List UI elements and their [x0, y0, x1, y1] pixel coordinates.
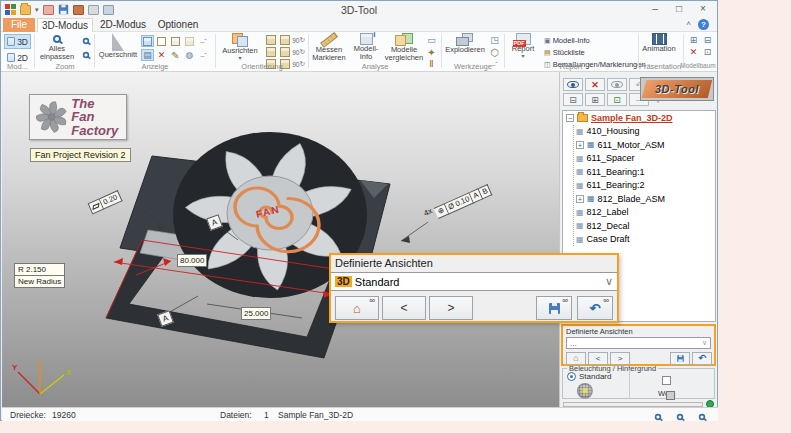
animation-button[interactable]: Animation	[640, 33, 678, 62]
draft-check-button[interactable]: ✦	[425, 46, 438, 58]
tree-collapse-button[interactable]: ⊟	[563, 93, 583, 106]
normal-checkbox[interactable]	[666, 391, 675, 400]
view-combobox[interactable]: 3D Standard ∨	[331, 272, 617, 291]
model-info-button[interactable]: iModell-Info	[349, 33, 383, 62]
view-left-button[interactable]	[264, 46, 277, 58]
hidden-line-mode-button[interactable]	[169, 35, 182, 47]
radio-standard-icon[interactable]	[567, 372, 576, 381]
app-icon[interactable]	[5, 4, 16, 15]
view-front-button[interactable]	[264, 34, 277, 46]
measure-button[interactable]: Messen Markieren	[311, 33, 347, 62]
panel-prev-view-button[interactable]: <	[588, 352, 608, 365]
close-button[interactable]: ×	[691, 1, 715, 17]
show-selected-button[interactable]	[563, 78, 583, 91]
tree-item-row[interactable]: ▦812_Decal	[576, 219, 715, 233]
part-icon: ▦	[576, 235, 584, 244]
explode-button[interactable]: Explodieren	[444, 33, 486, 62]
tree-item-label: 611_Spacer	[587, 153, 635, 163]
rotate-90-y-button[interactable]: 90↻	[292, 46, 305, 58]
help-icon[interactable]: ?	[698, 19, 709, 30]
tree-collapse-all-button[interactable]: ⊟	[701, 34, 714, 46]
tab-2d-modus[interactable]: 2D-Modus	[95, 18, 151, 32]
tree-root-row[interactable]: − Sample Fan_3D-2D	[563, 111, 715, 125]
capture-icon[interactable]	[43, 5, 54, 15]
print-icon[interactable]	[88, 5, 99, 15]
tree-check-button[interactable]: ⊡	[607, 93, 627, 106]
display-more-button[interactable]: –ˇ	[197, 35, 210, 47]
minimize-button[interactable]: –	[643, 1, 667, 17]
views-panel-combobox[interactable]: ...∨	[566, 337, 711, 349]
transform-button[interactable]: ◳	[488, 34, 501, 46]
render-more-button[interactable]: –ˇ	[197, 49, 210, 61]
save-view-button[interactable]: ∞	[536, 296, 572, 320]
panel-save-view-button[interactable]	[670, 352, 690, 365]
undo-icon: ↶	[698, 354, 706, 363]
view-back-button[interactable]	[278, 34, 291, 46]
edges-toggle-button[interactable]: ▤	[141, 49, 154, 61]
dim-width-label[interactable]: 80.000	[177, 254, 207, 267]
tab-optionen[interactable]: Optionen	[153, 18, 203, 32]
tree-item-row[interactable]: ▦812_Label	[576, 206, 715, 220]
3d-viewport[interactable]: FAN	[2, 72, 559, 407]
maximize-button[interactable]: □	[667, 1, 691, 17]
tree-item-row[interactable]: +▦812_Blade_ASM	[576, 192, 715, 206]
rotate-90-x-button[interactable]: 90↻	[292, 34, 305, 46]
tree-expand-all-button[interactable]: ⊞	[687, 34, 700, 46]
tree-item-row[interactable]: ▦611_Spacer	[576, 152, 715, 166]
fan-model[interactable]: FAN	[106, 130, 390, 358]
view-right-button[interactable]	[278, 46, 291, 58]
node-expand-icon[interactable]: +	[576, 141, 584, 149]
views-panel-value: ...	[570, 339, 577, 348]
node-expand-icon[interactable]: +	[576, 195, 584, 203]
restore-view-button[interactable]: ↶∞	[577, 296, 613, 320]
annotations-toggle-button[interactable]: ✎	[169, 49, 182, 61]
open-dropdown-icon[interactable]: ▾	[35, 6, 39, 14]
tree-check-icon: ⊡	[613, 95, 621, 105]
tab-3d-modus[interactable]: 3D-Modus	[37, 18, 93, 32]
zoom-fit-button[interactable]: Alles einpassen	[37, 33, 77, 62]
wireframe-mode-button[interactable]	[155, 35, 168, 47]
tree-isolate-button[interactable]: ✕	[687, 46, 700, 58]
tree-item-row[interactable]: ▦410_Housing	[576, 125, 715, 139]
mode-3d-button[interactable]: 3D	[4, 34, 31, 49]
tree-item-row[interactable]: ▦611_Bearing:1	[576, 165, 715, 179]
root-collapse-icon[interactable]: −	[566, 114, 574, 122]
align-button[interactable]: Ausrichten▾	[218, 33, 262, 62]
white-checkbox[interactable]	[662, 376, 671, 385]
home-view-button[interactable]: ⌂∞	[335, 296, 379, 320]
zoom-out-button[interactable]	[79, 49, 92, 61]
tree-item-row[interactable]: +▦611_Motor_ASM	[576, 138, 715, 152]
transform-icon: ◳	[490, 35, 499, 45]
dim-depth-label[interactable]: 25.000	[241, 307, 271, 320]
panel-home-view-button[interactable]: ⌂	[566, 352, 586, 365]
tree-item-row[interactable]: ▦611_Bearing:2	[576, 179, 715, 193]
envelope-check-button[interactable]: ▭	[425, 34, 438, 46]
next-view-button[interactable]: >	[429, 296, 473, 320]
section-button[interactable]: Querschnitt	[97, 33, 139, 62]
tab-file[interactable]: File	[3, 18, 35, 32]
copy-icon[interactable]	[103, 5, 114, 15]
tree-expand-button[interactable]: ⊞	[585, 93, 605, 106]
zoom-window-button[interactable]	[79, 35, 92, 47]
vertices-toggle-button[interactable]: ✕	[155, 49, 168, 61]
hide-selected-button[interactable]: ✕	[585, 78, 605, 91]
report-button[interactable]: PDFReport▾	[507, 33, 539, 62]
collapse-ribbon-icon[interactable]: ˄	[686, 19, 691, 28]
lighting-standard-option[interactable]: Standard	[567, 372, 611, 381]
dim-radius-label[interactable]: R 2.150 New Radius	[14, 263, 65, 288]
panel-next-view-button[interactable]: >	[610, 352, 630, 365]
panel-restore-view-button[interactable]: ↶	[692, 352, 712, 365]
environment-toggle-button[interactable]: ◍	[183, 49, 196, 61]
light-direction-sphere[interactable]	[577, 383, 593, 399]
save-icon[interactable]	[58, 5, 67, 14]
shaded-mode-button[interactable]	[141, 35, 154, 47]
transparent-mode-button[interactable]	[183, 35, 196, 47]
previous-view-button[interactable]: <	[382, 296, 426, 320]
export-icon[interactable]	[73, 5, 84, 15]
coordinate-button[interactable]: ⬡	[488, 46, 501, 58]
tree-item-row[interactable]: ▦Case Draft	[576, 233, 715, 247]
open-file-icon[interactable]	[20, 5, 31, 15]
compare-models-button[interactable]: Modelle vergleichen	[385, 33, 423, 62]
tree-search-button[interactable]: ⊡	[701, 46, 714, 58]
show-all-button[interactable]	[607, 78, 627, 91]
